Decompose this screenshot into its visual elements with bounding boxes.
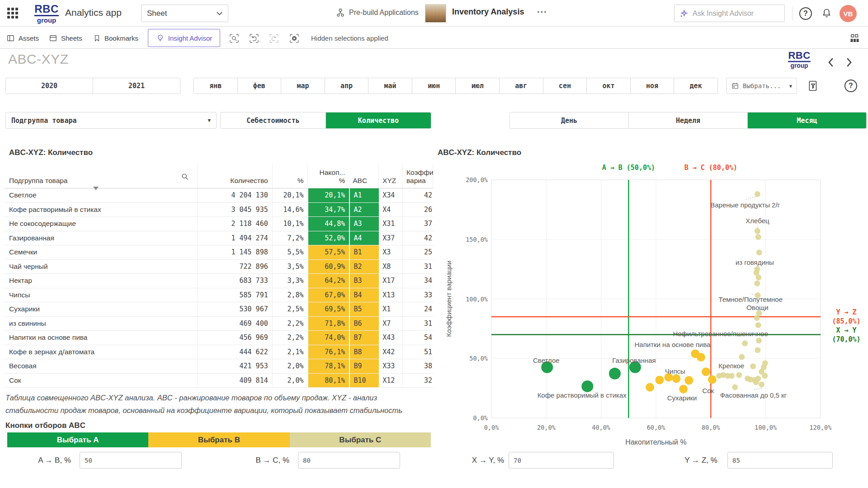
period-button-День[interactable]: День bbox=[510, 113, 629, 128]
scatter-point-C[interactable] bbox=[756, 338, 762, 343]
scatter-point-B[interactable] bbox=[672, 374, 680, 383]
month-button-дек[interactable]: дек bbox=[674, 78, 717, 94]
cell-name[interactable]: Чай черный bbox=[5, 260, 198, 274]
table-row[interactable]: Не сокосодержащие2 118 46010,1%44,8%A3X3… bbox=[5, 217, 433, 231]
nav-bookmarks[interactable]: Bookmarks bbox=[93, 27, 138, 49]
scatter-point-C[interactable] bbox=[754, 315, 760, 321]
xyz-threshold-input-1[interactable] bbox=[727, 452, 833, 469]
scatter-point-C[interactable] bbox=[732, 385, 738, 390]
search-input[interactable] bbox=[693, 9, 774, 18]
scatter-point-C[interactable] bbox=[755, 191, 760, 197]
select-A-button[interactable]: Выбрать A bbox=[7, 432, 148, 447]
scatter-point-C[interactable] bbox=[729, 373, 735, 379]
cell-name[interactable]: Кофе растворимый в стиках bbox=[5, 203, 198, 217]
notifications-icon[interactable] bbox=[821, 7, 833, 19]
selections-tool-icon[interactable] bbox=[807, 80, 819, 92]
cell-name[interactable]: Нектар bbox=[5, 274, 198, 288]
column-header-4[interactable]: ABC bbox=[349, 164, 379, 188]
table-row[interactable]: Кофе растворимый в стиках3 045 93514,6%3… bbox=[5, 203, 433, 217]
insight-advisor-search[interactable] bbox=[674, 5, 785, 22]
table-row[interactable]: Семечки1 145 8985,5%57,5%B1X325 bbox=[5, 245, 433, 260]
table-row[interactable]: Чай черный722 8963,5%60,9%B2X831 bbox=[5, 260, 433, 274]
scatter-point-C[interactable] bbox=[754, 281, 760, 286]
scatter-point-C[interactable] bbox=[755, 228, 760, 234]
scatter-point-B[interactable] bbox=[679, 385, 688, 393]
column-header-1[interactable]: Количество bbox=[198, 164, 273, 188]
table-row[interactable]: Напитки на основе пива456 9692,2%74,0%B7… bbox=[5, 331, 433, 345]
column-header-6[interactable]: Коэффицвариа bbox=[403, 164, 433, 188]
cell-name[interactable]: Весовая bbox=[5, 359, 198, 373]
cell-name[interactable]: Напитки на основе пива bbox=[5, 331, 198, 345]
scatter-point-B[interactable] bbox=[702, 367, 710, 376]
scatter-point-C[interactable] bbox=[755, 347, 761, 353]
user-avatar[interactable]: VB bbox=[840, 5, 857, 22]
select-B-button[interactable]: Выбрать B bbox=[148, 432, 289, 447]
measure-button-Количество[interactable]: Количество bbox=[326, 113, 431, 128]
period-button-Месяц[interactable]: Месяц bbox=[748, 113, 866, 128]
cell-name[interactable]: Сухарики bbox=[5, 302, 198, 316]
scatter-point-C[interactable] bbox=[739, 354, 745, 360]
selections-search-icon[interactable] bbox=[229, 33, 240, 44]
scatter-point-C[interactable] bbox=[756, 249, 762, 255]
abc-threshold-input-1[interactable] bbox=[298, 452, 400, 469]
cell-name[interactable]: Сок bbox=[5, 374, 198, 388]
scatter-point-C[interactable] bbox=[762, 373, 768, 379]
scatter-point-C[interactable] bbox=[759, 381, 764, 387]
cell-name[interactable]: из свинины bbox=[5, 317, 198, 331]
table-row[interactable]: из свинины469 4002,2%71,8%B6X731 bbox=[5, 317, 433, 331]
month-button-янв[interactable]: янв bbox=[194, 78, 238, 94]
sheet-overview-icon[interactable] bbox=[849, 33, 860, 44]
table-row[interactable]: Газированная1 494 2747,2%52,0%A4X3742 bbox=[5, 231, 433, 246]
xyz-threshold-input-0[interactable] bbox=[509, 452, 614, 469]
month-button-окт[interactable]: окт bbox=[587, 78, 631, 94]
scatter-point-C[interactable] bbox=[755, 376, 761, 382]
nav-assets[interactable]: Assets bbox=[6, 27, 39, 49]
step-forward-icon[interactable] bbox=[269, 33, 279, 44]
nav-sheets[interactable]: Sheets bbox=[49, 27, 82, 49]
period-button-Неделя[interactable]: Неделя bbox=[629, 113, 748, 128]
column-header-0[interactable]: Подгруппа товара bbox=[5, 164, 198, 188]
date-picker[interactable]: Выбрать... ▼ bbox=[726, 78, 797, 94]
nav-insight-advisor[interactable]: Insight Advisor bbox=[148, 29, 220, 47]
next-sheet-button[interactable] bbox=[846, 57, 853, 67]
measure-button-Себестоимость[interactable]: Себестоимость bbox=[221, 113, 326, 128]
scatter-point-B[interactable] bbox=[646, 383, 654, 392]
scatter-point-C[interactable] bbox=[755, 322, 761, 328]
table-row[interactable]: Сухарики530 9672,5%69,5%B5X124 bbox=[5, 302, 433, 317]
sheet-selector-dropdown[interactable]: Sheet bbox=[141, 5, 228, 22]
month-button-фев[interactable]: фев bbox=[238, 78, 282, 94]
month-button-июл[interactable]: июл bbox=[456, 78, 500, 94]
table-row[interactable]: Нектар683 7333,3%64,2%B3X1734 bbox=[5, 274, 433, 288]
month-button-мар[interactable]: мар bbox=[281, 78, 325, 94]
table-row[interactable]: Светлое4 204 13020,1%20,1%A1X3442 bbox=[5, 188, 433, 203]
scatter-point-C[interactable] bbox=[755, 275, 761, 281]
scatter-point-C[interactable] bbox=[755, 234, 761, 240]
table-row[interactable]: Сок409 8142,0%80,1%B10X1232 bbox=[5, 374, 433, 388]
cell-name[interactable]: Не сокосодержащие bbox=[5, 217, 198, 231]
month-button-июн[interactable]: июн bbox=[412, 78, 456, 94]
scatter-point-B[interactable] bbox=[655, 375, 664, 384]
year-button-2020[interactable]: 2020 bbox=[6, 78, 93, 94]
scatter-point-C[interactable] bbox=[762, 360, 768, 366]
sheet-help-icon[interactable]: ? bbox=[844, 80, 857, 92]
app-launcher-icon[interactable] bbox=[7, 8, 19, 19]
scatter-point-C[interactable] bbox=[742, 340, 748, 346]
cell-name[interactable]: Светлое bbox=[5, 188, 198, 202]
previous-sheet-button[interactable] bbox=[827, 57, 834, 67]
month-button-май[interactable]: май bbox=[368, 78, 412, 94]
table-row[interactable]: Весовая421 9532,0%78,1%B9X3338 bbox=[5, 359, 433, 374]
scatter-point-C[interactable] bbox=[750, 363, 756, 369]
scatter-point-C[interactable] bbox=[736, 372, 742, 378]
help-icon[interactable]: ? bbox=[799, 7, 812, 20]
cell-name[interactable]: Семечки bbox=[5, 245, 198, 259]
month-button-апр[interactable]: апр bbox=[325, 78, 369, 94]
column-header-5[interactable]: XYZ bbox=[379, 164, 403, 188]
column-header-2[interactable]: % bbox=[273, 164, 308, 188]
clear-selections-icon[interactable] bbox=[289, 33, 300, 44]
prebuild-applications-link[interactable]: Pre-build Applications bbox=[335, 8, 419, 18]
cell-name[interactable]: Чипсы bbox=[5, 288, 198, 302]
subgroup-filter-dropdown[interactable]: Подгруппа товара ▼ bbox=[5, 112, 217, 129]
column-search-icon[interactable] bbox=[181, 173, 189, 183]
month-button-авг[interactable]: авг bbox=[500, 78, 543, 94]
abc-threshold-input-0[interactable] bbox=[80, 452, 182, 469]
